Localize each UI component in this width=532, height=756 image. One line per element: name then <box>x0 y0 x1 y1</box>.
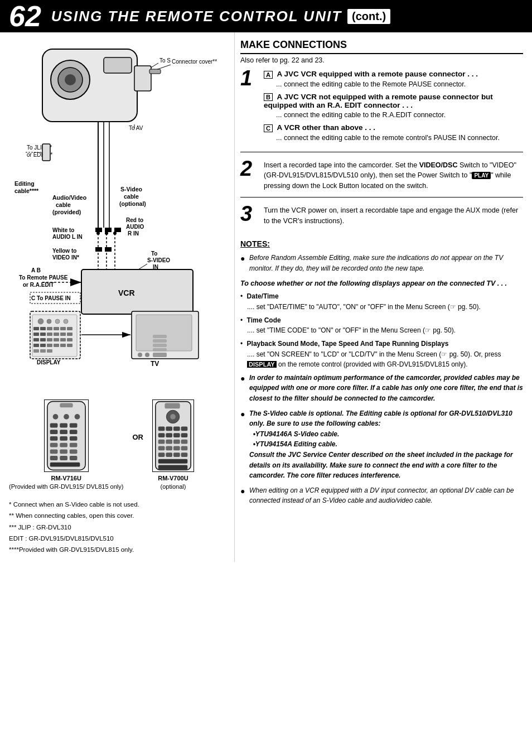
step-2-body: Insert a recorded tape into the camcorde… <box>264 160 523 191</box>
svg-point-58 <box>55 319 60 324</box>
svg-rect-138 <box>158 433 165 437</box>
notes-title: NOTES: <box>240 239 523 248</box>
page-number: 62 <box>9 2 41 31</box>
svg-line-8 <box>151 63 158 68</box>
svg-rect-145 <box>181 440 188 444</box>
svg-text:(provided): (provided) <box>52 209 81 215</box>
display-item-timecode: Time Code .... set "TIME CODE" to "ON" o… <box>240 315 523 336</box>
svg-text:S-VIDEO: S-VIDEO <box>147 257 170 263</box>
remotes-section: RM-V716U (Provided with GR-DVL915/ DVL81… <box>9 399 229 492</box>
svg-rect-63 <box>54 327 59 330</box>
svg-point-59 <box>64 319 68 324</box>
svg-rect-81 <box>54 344 59 347</box>
svg-rect-66 <box>33 333 39 336</box>
svg-text:To S: To S <box>159 57 171 64</box>
diagram-svg: Connector cover** To S To AV To JLIP*** … <box>9 38 232 395</box>
svg-rect-152 <box>173 452 180 457</box>
svg-rect-60 <box>33 327 39 330</box>
svg-rect-147 <box>166 446 172 450</box>
svg-text:or R.A.EDIT: or R.A.EDIT <box>23 282 54 288</box>
timecode-detail: .... set "TIME CODE" to "ON" or "OFF" in… <box>247 325 523 335</box>
step-2-content: Insert a recorded tape into the camcorde… <box>264 160 523 191</box>
svg-rect-65 <box>67 327 72 330</box>
svg-rect-70 <box>60 333 66 336</box>
svg-rect-113 <box>70 423 78 428</box>
svg-text:S-Video: S-Video <box>120 186 142 192</box>
svg-rect-115 <box>60 430 67 434</box>
sub-note-display-title: To choose whether or not the following d… <box>240 278 523 289</box>
svg-rect-72 <box>33 338 39 341</box>
sub-label-c: C <box>264 124 273 132</box>
note-5: ● When editing on a VCR equipped with a … <box>240 485 523 506</box>
svg-text:C  To PAUSE IN: C To PAUSE IN <box>31 295 71 301</box>
svg-text:AUDIO: AUDIO <box>126 224 144 230</box>
sub-a-body: ... connect the editing cable to the Rem… <box>276 80 523 88</box>
svg-rect-134 <box>158 426 165 431</box>
svg-point-133 <box>170 414 176 420</box>
svg-text:Audio/Video: Audio/Video <box>52 194 86 201</box>
note-5-bullet: ● <box>240 485 248 498</box>
svg-rect-137 <box>181 426 188 431</box>
svg-rect-77 <box>67 338 72 341</box>
svg-rect-95 <box>153 339 167 343</box>
step-3-body: Turn the VCR power on, insert a recordab… <box>264 205 523 227</box>
svg-point-3 <box>65 74 76 85</box>
svg-rect-71 <box>67 333 72 336</box>
note-1-text: Before Random Assemble Editing, make sur… <box>249 253 523 273</box>
connection-diagram: Connector cover** To S To AV To JLIP*** … <box>9 38 232 395</box>
svg-rect-93 <box>153 348 167 351</box>
footnote-5: ****Provided with GR-DVL915/DVL815 only. <box>9 545 229 555</box>
svg-point-57 <box>47 319 51 324</box>
right-column: MAKE CONNECTIONS Also refer to pg. 22 an… <box>234 32 532 562</box>
left-column: Connector cover** To S To AV To JLIP*** … <box>0 32 234 562</box>
svg-point-90 <box>138 353 142 357</box>
svg-rect-123 <box>50 449 57 454</box>
rm-v716u-label: RM-V716U (Provided with GR-DVL915/ DVL81… <box>9 474 123 492</box>
svg-text:Yellow to: Yellow to <box>52 248 76 254</box>
svg-rect-73 <box>40 338 46 341</box>
display-item-playback: Playback Sound Mode, Tape Speed And Tape… <box>240 339 523 369</box>
svg-rect-126 <box>50 456 57 460</box>
continuation-label: (cont.) <box>347 9 390 24</box>
step-1-sub-c: C A VCR other than above . . . ... conne… <box>264 123 523 142</box>
svg-text:TV: TV <box>151 360 159 368</box>
display-badge: DISPLAY <box>247 361 277 368</box>
section-title: MAKE CONNECTIONS <box>240 39 523 54</box>
step-2-number: 2 <box>240 158 259 179</box>
main-content: Connector cover** To S To AV To JLIP*** … <box>0 32 532 562</box>
sub-b-body: ... connect the editing cable to the R.A… <box>276 111 523 119</box>
svg-rect-136 <box>173 426 180 431</box>
footnote-3: *** JLIP : GR-DVL310 <box>9 522 229 532</box>
note-1: ● Before Random Assemble Editing, make s… <box>240 253 523 273</box>
svg-rect-38 <box>95 247 102 252</box>
note-4-bullet: ● <box>240 408 248 421</box>
footnote-4: EDIT : GR-DVL915/DVL815/DVL510 <box>9 533 229 543</box>
svg-text:To Remote PAUSE: To Remote PAUSE <box>19 275 68 281</box>
sub-c-heading: A VCR other than above . . . <box>277 123 376 132</box>
note-5-text: When editing on a VCR equipped with a DV… <box>249 485 523 506</box>
svg-text:R IN: R IN <box>128 230 139 237</box>
svg-rect-69 <box>54 333 59 336</box>
svg-text:AUDIO L IN: AUDIO L IN <box>52 234 83 240</box>
svg-rect-144 <box>173 440 180 444</box>
note-3-bullet: ● <box>240 373 248 385</box>
sub-label-b: B <box>264 93 273 101</box>
note-2-display-section: To choose whether or not the following d… <box>240 278 523 369</box>
svg-rect-36 <box>105 228 112 232</box>
svg-rect-128 <box>70 456 78 460</box>
step-1-sub-b: B A JVC VCR not equipped with a remote p… <box>264 93 523 119</box>
svg-rect-80 <box>47 344 52 347</box>
svg-point-108 <box>52 414 58 420</box>
svg-rect-124 <box>60 449 67 454</box>
svg-rect-139 <box>166 433 172 437</box>
footnote-1: * Connect when an S-Video cable is not u… <box>9 499 229 509</box>
svg-rect-146 <box>158 446 165 450</box>
svg-rect-131 <box>165 403 180 409</box>
svg-text:Red to: Red to <box>126 217 143 223</box>
svg-text:IN: IN <box>153 264 158 270</box>
also-refer-text: Also refer to pg. 22 and 23. <box>240 56 523 64</box>
svg-rect-94 <box>153 344 167 347</box>
sub-label-a: A <box>264 71 273 79</box>
svg-rect-140 <box>173 433 180 437</box>
step-3: 3 Turn the VCR power on, insert a record… <box>240 205 523 232</box>
